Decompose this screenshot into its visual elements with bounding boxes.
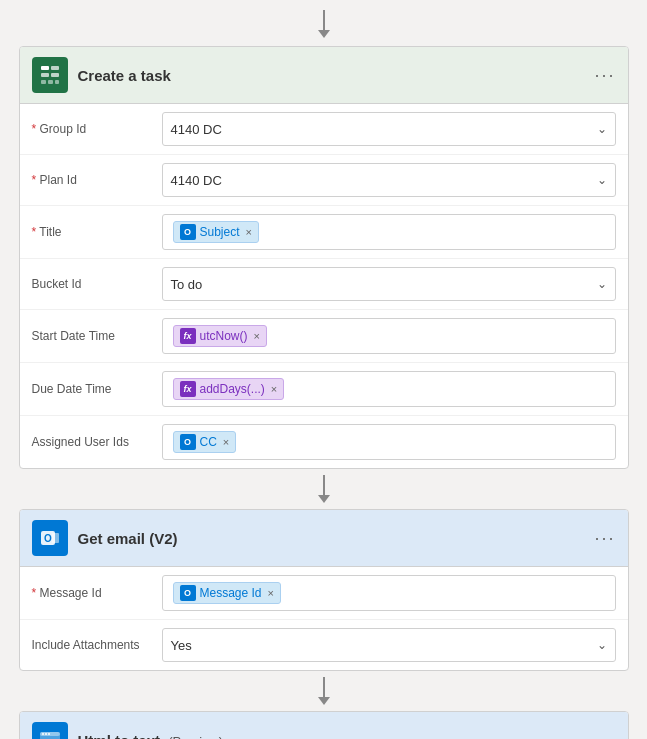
include-attachments-value[interactable]: Yes ⌄ bbox=[162, 628, 616, 662]
connector-arrow-1 bbox=[318, 495, 330, 503]
plan-id-row: Plan Id 4140 DC ⌄ bbox=[20, 155, 628, 206]
adddays-token-icon: fx bbox=[180, 381, 196, 397]
svg-point-15 bbox=[48, 733, 50, 735]
outlook-icon-container: O bbox=[32, 520, 68, 556]
assigned-user-value[interactable]: O CC × bbox=[162, 424, 616, 460]
title-label: Title bbox=[32, 225, 162, 239]
utcnow-token-text: utcNow() bbox=[200, 329, 248, 343]
get-email-menu[interactable]: ··· bbox=[594, 528, 615, 549]
cc-token-icon: O bbox=[180, 434, 196, 450]
assigned-user-label: Assigned User Ids bbox=[32, 435, 162, 449]
include-attachments-dropdown-arrow: ⌄ bbox=[597, 638, 607, 652]
plan-id-dropdown-arrow: ⌄ bbox=[597, 173, 607, 187]
bucket-id-label: Bucket Id bbox=[32, 277, 162, 291]
html-to-text-header: </> Html to text (Preview) ··· bbox=[20, 712, 628, 739]
start-date-row: Start Date Time fx utcNow() × bbox=[20, 310, 628, 363]
connector-line bbox=[323, 10, 325, 30]
message-id-token-icon: O bbox=[180, 585, 196, 601]
svg-point-14 bbox=[45, 733, 47, 735]
svg-rect-3 bbox=[51, 73, 59, 77]
get-email-body: Message Id O Message Id × Include Attach… bbox=[20, 567, 628, 670]
due-date-value[interactable]: fx addDays(...) × bbox=[162, 371, 616, 407]
adddays-token-close[interactable]: × bbox=[271, 383, 277, 395]
subject-token-icon: O bbox=[180, 224, 196, 240]
svg-text:O: O bbox=[44, 533, 52, 544]
start-date-value[interactable]: fx utcNow() × bbox=[162, 318, 616, 354]
connector-arrow-2 bbox=[318, 697, 330, 705]
assigned-user-row: Assigned User Ids O CC × bbox=[20, 416, 628, 468]
include-attachments-text: Yes bbox=[171, 638, 585, 653]
subject-token-close[interactable]: × bbox=[246, 226, 252, 238]
title-value[interactable]: O Subject × bbox=[162, 214, 616, 250]
due-date-label: Due Date Time bbox=[32, 382, 162, 396]
html-to-text-title-main: Html to text bbox=[78, 732, 161, 740]
group-id-label: Group Id bbox=[32, 122, 162, 136]
message-id-token-text: Message Id bbox=[200, 586, 262, 600]
get-email-title: Get email (V2) bbox=[78, 530, 595, 547]
start-date-label: Start Date Time bbox=[32, 329, 162, 343]
group-id-dropdown-arrow: ⌄ bbox=[597, 122, 607, 136]
create-task-header: Create a task ··· bbox=[20, 47, 628, 104]
group-id-text: 4140 DC bbox=[171, 122, 585, 137]
plan-id-text: 4140 DC bbox=[171, 173, 585, 188]
utcnow-token[interactable]: fx utcNow() × bbox=[173, 325, 267, 347]
create-task-card: Create a task ··· Group Id 4140 DC ⌄ Pla… bbox=[19, 46, 629, 469]
plan-id-value[interactable]: 4140 DC ⌄ bbox=[162, 163, 616, 197]
svg-rect-5 bbox=[48, 80, 53, 84]
svg-rect-0 bbox=[41, 66, 49, 70]
html-to-text-title: Html to text (Preview) bbox=[78, 732, 595, 740]
html-icon-container: </> bbox=[32, 722, 68, 739]
cc-token-text: CC bbox=[200, 435, 217, 449]
group-id-row: Group Id 4140 DC ⌄ bbox=[20, 104, 628, 155]
include-attachments-row: Include Attachments Yes ⌄ bbox=[20, 620, 628, 670]
svg-rect-1 bbox=[51, 66, 59, 70]
connector-1 bbox=[318, 475, 330, 503]
due-date-row: Due Date Time fx addDays(...) × bbox=[20, 363, 628, 416]
message-id-token[interactable]: O Message Id × bbox=[173, 582, 281, 604]
html-to-text-title-suffix: (Preview) bbox=[168, 734, 223, 740]
outlook-icon: O bbox=[39, 527, 61, 549]
create-task-body: Group Id 4140 DC ⌄ Plan Id 4140 DC ⌄ Tit… bbox=[20, 104, 628, 468]
connector-line-1 bbox=[323, 475, 325, 495]
subject-token-text: Subject bbox=[200, 225, 240, 239]
connector-arrow bbox=[318, 30, 330, 38]
svg-rect-2 bbox=[41, 73, 49, 77]
connector-2 bbox=[318, 677, 330, 705]
create-task-menu[interactable]: ··· bbox=[594, 65, 615, 86]
get-email-header: O Get email (V2) ··· bbox=[20, 510, 628, 567]
cc-token[interactable]: O CC × bbox=[173, 431, 237, 453]
svg-rect-6 bbox=[55, 80, 59, 84]
create-task-title: Create a task bbox=[78, 67, 595, 84]
html-icon: </> bbox=[39, 729, 61, 739]
utcnow-token-icon: fx bbox=[180, 328, 196, 344]
svg-rect-9 bbox=[52, 533, 59, 543]
svg-rect-4 bbox=[41, 80, 46, 84]
connector-line-2 bbox=[323, 677, 325, 697]
message-id-token-close[interactable]: × bbox=[268, 587, 274, 599]
bucket-id-text: To do bbox=[171, 277, 585, 292]
planner-icon-container bbox=[32, 57, 68, 93]
adddays-token-text: addDays(...) bbox=[200, 382, 265, 396]
group-id-value[interactable]: 4140 DC ⌄ bbox=[162, 112, 616, 146]
bucket-id-value[interactable]: To do ⌄ bbox=[162, 267, 616, 301]
subject-token[interactable]: O Subject × bbox=[173, 221, 259, 243]
top-connector bbox=[318, 10, 330, 38]
title-row: Title O Subject × bbox=[20, 206, 628, 259]
utcnow-token-close[interactable]: × bbox=[254, 330, 260, 342]
planner-icon bbox=[39, 64, 61, 86]
message-id-label: Message Id bbox=[32, 586, 162, 600]
bucket-id-row: Bucket Id To do ⌄ bbox=[20, 259, 628, 310]
include-attachments-label: Include Attachments bbox=[32, 638, 162, 652]
svg-point-13 bbox=[42, 733, 44, 735]
get-email-card: O Get email (V2) ··· Message Id O Messag… bbox=[19, 509, 629, 671]
bucket-id-dropdown-arrow: ⌄ bbox=[597, 277, 607, 291]
html-to-text-menu[interactable]: ··· bbox=[594, 730, 615, 740]
html-to-text-card: </> Html to text (Preview) ··· Content F… bbox=[19, 711, 629, 739]
plan-id-label: Plan Id bbox=[32, 173, 162, 187]
cc-token-close[interactable]: × bbox=[223, 436, 229, 448]
message-id-value[interactable]: O Message Id × bbox=[162, 575, 616, 611]
adddays-token[interactable]: fx addDays(...) × bbox=[173, 378, 285, 400]
message-id-row: Message Id O Message Id × bbox=[20, 567, 628, 620]
